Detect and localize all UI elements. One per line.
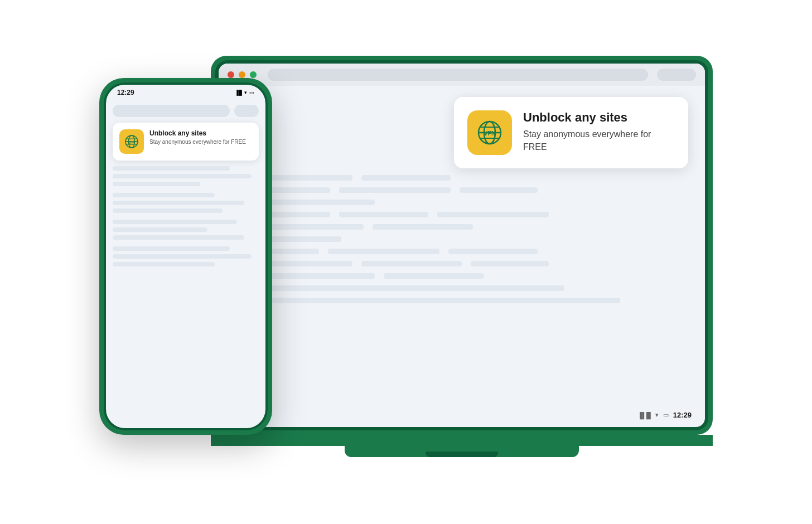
laptop: VPN Unblock any sites Stay anonymous eve… bbox=[211, 56, 713, 479]
phone-content-line bbox=[113, 227, 207, 232]
laptop-notification-subtitle: Stay anonymous everywhere for FREE bbox=[523, 128, 675, 153]
laptop-screen: VPN Unblock any sites Stay anonymous eve… bbox=[219, 64, 705, 427]
phone-statusbar: 12:29 ▐█ ▾ ▭ bbox=[106, 85, 265, 100]
phone-body: 12:29 ▐█ ▾ ▭ bbox=[99, 78, 272, 435]
content-line bbox=[373, 224, 473, 230]
minimize-dot[interactable] bbox=[239, 71, 245, 78]
scene: VPN Unblock any sites Stay anonymous eve… bbox=[99, 33, 713, 491]
laptop-notification-text: Unblock any sites Stay anonymous everywh… bbox=[523, 110, 675, 153]
laptop-content: VPN Unblock any sites Stay anonymous eve… bbox=[219, 86, 705, 427]
svg-text:VPN: VPN bbox=[128, 141, 134, 144]
content-line bbox=[328, 249, 439, 254]
close-dot[interactable] bbox=[228, 71, 234, 78]
signal-bars-icon: ▐█ bbox=[235, 90, 242, 95]
phone-content: VPN Unblock any sites Stay anonymous eve… bbox=[106, 100, 265, 428]
content-line bbox=[361, 261, 462, 266]
phone-content-line bbox=[113, 201, 244, 205]
phone-line-group bbox=[113, 220, 259, 240]
phone-content-line bbox=[113, 246, 230, 251]
laptop-notification-card: VPN Unblock any sites Stay anonymous eve… bbox=[454, 97, 688, 168]
phone-search-button[interactable] bbox=[234, 105, 259, 117]
vpn-globe-icon-large: VPN bbox=[475, 118, 504, 147]
laptop-body: VPN Unblock any sites Stay anonymous eve… bbox=[211, 56, 713, 435]
phone-content-line bbox=[113, 174, 252, 178]
phone-content-lines bbox=[113, 166, 259, 266]
phone-battery-icon: ▭ bbox=[249, 90, 254, 95]
phone-content-line bbox=[113, 235, 244, 240]
vpn-icon-large: VPN bbox=[467, 110, 512, 155]
phone-notification-title: Unblock any sites bbox=[149, 129, 252, 137]
laptop-base-notch bbox=[426, 452, 498, 457]
laptop-statusbar: ▐▌█ ▾ ▭ 12:29 bbox=[637, 411, 692, 419]
content-line bbox=[339, 187, 451, 193]
phone-line-group bbox=[113, 246, 259, 266]
laptop-notification-title: Unblock any sites bbox=[523, 110, 675, 125]
phone-content-line bbox=[113, 254, 252, 259]
content-line bbox=[471, 261, 549, 266]
phone-inner: 12:29 ▐█ ▾ ▭ bbox=[104, 83, 268, 430]
phone-notification-text: Unblock any sites Stay anonymous everywh… bbox=[149, 129, 252, 145]
phone-line-group bbox=[113, 193, 259, 213]
phone-line-group bbox=[113, 166, 259, 186]
phone-search-row bbox=[113, 105, 259, 117]
laptop-content-lines bbox=[230, 175, 694, 310]
content-line bbox=[339, 212, 428, 217]
content-line bbox=[230, 298, 620, 303]
signal-icon: ▐▌█ bbox=[637, 412, 650, 419]
phone-time: 12:29 bbox=[117, 89, 134, 96]
content-line bbox=[437, 212, 549, 217]
phone-content-line bbox=[113, 220, 237, 224]
vpn-globe-icon-small: VPN bbox=[124, 134, 139, 149]
svg-text:VPN: VPN bbox=[484, 130, 496, 137]
battery-icon: ▭ bbox=[663, 411, 669, 419]
titlebar-button[interactable] bbox=[657, 69, 696, 81]
content-line bbox=[384, 273, 484, 279]
content-line bbox=[460, 187, 538, 193]
content-line bbox=[230, 285, 564, 291]
laptop-base bbox=[345, 446, 579, 457]
wifi-icon: ▾ bbox=[655, 411, 659, 419]
laptop-titlebar bbox=[219, 64, 705, 86]
url-bar[interactable] bbox=[268, 69, 648, 81]
maximize-dot[interactable] bbox=[250, 71, 257, 78]
phone-content-line bbox=[113, 166, 230, 171]
phone-notification-card: VPN Unblock any sites Stay anonymous eve… bbox=[113, 123, 259, 161]
phone-status-icons: ▐█ ▾ ▭ bbox=[235, 90, 254, 95]
content-line bbox=[361, 175, 451, 181]
phone-content-line bbox=[113, 262, 215, 266]
phone-content-line bbox=[113, 182, 200, 186]
vpn-icon-small: VPN bbox=[119, 129, 144, 154]
laptop-bezel: VPN Unblock any sites Stay anonymous eve… bbox=[215, 60, 708, 430]
laptop-time: 12:29 bbox=[673, 411, 692, 419]
phone-screen: 12:29 ▐█ ▾ ▭ bbox=[106, 85, 265, 428]
phone-content-line bbox=[113, 193, 215, 197]
content-line bbox=[448, 249, 538, 254]
phone: 12:29 ▐█ ▾ ▭ bbox=[99, 78, 272, 435]
laptop-hinge bbox=[211, 435, 713, 446]
phone-wifi-icon: ▾ bbox=[244, 90, 247, 95]
phone-search-bar[interactable] bbox=[113, 105, 230, 117]
phone-notification-subtitle: Stay anonymous everywhere for FREE bbox=[149, 138, 252, 145]
phone-content-line bbox=[113, 208, 223, 213]
